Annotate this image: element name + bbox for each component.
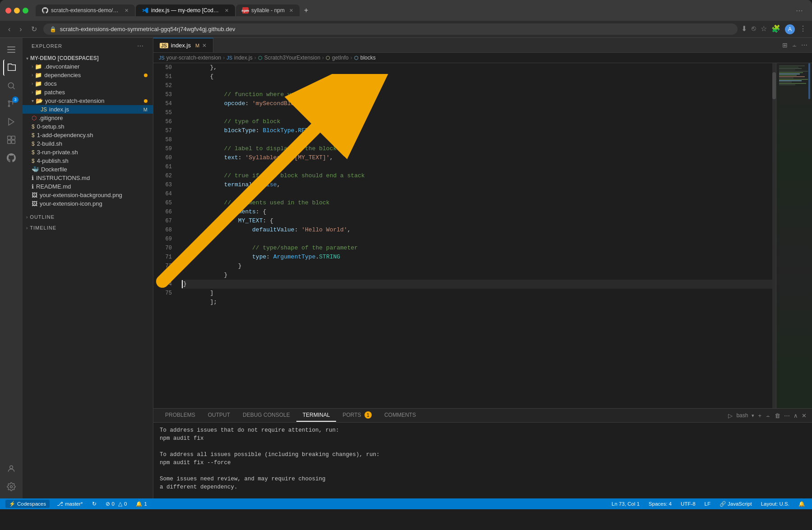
more-actions-icon[interactable]: ⋯ (801, 41, 807, 49)
explorer-icon[interactable] (3, 60, 19, 76)
breadcrumb-toggle-icon[interactable]: ⊞ (782, 41, 788, 49)
sidebar-item-your-scratch-extension[interactable]: ▾ 📂 your-scratch-extension (23, 97, 153, 105)
sidebar-item-readme[interactable]: ℹ README.md (23, 182, 153, 191)
ports-badge: 1 (364, 411, 372, 419)
sidebar-item-docs[interactable]: › 📁 docs (23, 79, 153, 88)
terminal-shell-dropdown[interactable]: ▾ (752, 413, 754, 419)
bookmark-icon[interactable]: ☆ (761, 24, 767, 34)
extensions-icon[interactable]: 🧩 (771, 24, 780, 34)
terminal-close-icon[interactable]: ✕ (802, 412, 807, 419)
account-icon[interactable] (3, 461, 19, 477)
reload-button[interactable]: ↻ (28, 24, 40, 34)
project-name: MY-DEMO [CODESPACES] (30, 55, 99, 61)
sidebar-item-dockerfile[interactable]: 🐳 Dockerfile (23, 165, 153, 174)
sidebar-item-patches[interactable]: › 📁 patches (23, 88, 153, 97)
sync-status[interactable]: ↻ (90, 501, 98, 507)
timeline-section[interactable]: › TIMELINE (23, 222, 153, 233)
menu-icon[interactable]: ⋮ (799, 24, 807, 34)
terminal-line-7: Some issues need review, and may require… (160, 475, 806, 483)
editor-tab-index-js[interactable]: JS index.js M ✕ (153, 38, 213, 52)
terminal-tab-comments[interactable]: COMMENTS (378, 409, 422, 422)
sidebar-item-bg-png[interactable]: 🖼 your-extension-background.png (23, 191, 153, 199)
breadcrumb-blocks[interactable]: blocks (360, 55, 376, 61)
language-status[interactable]: 🔗 JavaScript (718, 501, 754, 507)
sidebar-item-devcontainer[interactable]: › 📁 .devcontainer (23, 62, 153, 71)
terminal-run-icon[interactable]: ▷ (728, 412, 733, 419)
profile-icon[interactable]: A (785, 24, 795, 34)
share-icon[interactable]: ⎋ (752, 24, 756, 34)
branch-status[interactable]: ⎇ master* (55, 501, 85, 507)
outline-section[interactable]: › OUTLINE (23, 212, 153, 222)
breadcrumb-file[interactable]: your-scratch-extension (166, 55, 221, 61)
folder-icon: 📁 (35, 80, 42, 87)
breadcrumb-class[interactable]: Scratch3YourExtension (264, 55, 320, 61)
tab-1-close[interactable]: ✕ (125, 8, 129, 14)
sidebar-item-2-build[interactable]: $ 2-build.sh (23, 139, 153, 148)
run-debug-icon[interactable] (3, 114, 19, 130)
terminal-content[interactable]: To address issues that do not require at… (153, 423, 812, 498)
forward-button[interactable]: › (17, 24, 24, 34)
browser-tab-3[interactable]: npm syllable - npm ✕ (236, 5, 300, 16)
tab-2-close[interactable]: ✕ (225, 8, 229, 14)
sidebar-item-0-setup[interactable]: $ 0-setup.sh (23, 122, 153, 131)
back-button[interactable]: ‹ (5, 24, 13, 34)
address-bar[interactable]: 🔒 scratch-extensions-demo-symmetrical-gg… (43, 23, 738, 35)
terminal-tab-debug[interactable]: DEBUG CONSOLE (236, 409, 296, 422)
tab-3-close[interactable]: ✕ (289, 8, 293, 14)
errors-status[interactable]: ⊘ 0 △ 0 (104, 501, 129, 507)
browser-tab-1[interactable]: scratch-extensions-demo/my-... ✕ (36, 5, 135, 16)
encoding-status[interactable]: UTF-8 (679, 501, 697, 507)
terminal-tab-output[interactable]: OUTPUT (202, 409, 236, 422)
sidebar-item-1-add-dependency[interactable]: $ 1-add-dependency.sh (23, 131, 153, 139)
new-file-icon[interactable]: ⋯ (137, 42, 144, 50)
minimize-window-button[interactable] (14, 8, 20, 14)
layout-status[interactable]: Layout: U.S. (759, 501, 791, 507)
editor-tab-close[interactable]: ✕ (202, 42, 207, 49)
project-root[interactable]: ▾ MY-DEMO [CODESPACES] (23, 54, 153, 62)
ln-60: 60 (162, 153, 172, 162)
source-control-icon[interactable]: 3 (3, 96, 19, 112)
download-icon[interactable]: ⬇ (741, 24, 747, 34)
sidebar-item-dependencies[interactable]: › 📁 dependencies (23, 71, 153, 79)
breadcrumb-getinfo[interactable]: getInfo (332, 55, 349, 61)
terminal-tab-ports[interactable]: PORTS 1 (336, 409, 378, 422)
notification-status[interactable]: 🔔 1 (134, 501, 148, 507)
code-line-72: } (182, 262, 772, 271)
terminal-tab-terminal[interactable]: TERMINAL (296, 409, 337, 422)
code-content[interactable]: }, { // function where your code logic l… (178, 63, 772, 408)
github-activity-icon[interactable] (3, 150, 19, 166)
notifications-bell[interactable]: 🔔 (797, 501, 807, 507)
terminal-more-icon[interactable]: ⋯ (784, 412, 790, 419)
sidebar-item-4-publish[interactable]: $ 4-publish.sh (23, 157, 153, 165)
settings-icon[interactable] (3, 479, 19, 495)
code-editor: 50 51 52 53 54 55 56 57 58 59 60 61 62 6… (153, 63, 772, 408)
search-icon[interactable] (3, 78, 19, 94)
terminal-split-icon[interactable]: ⫠ (765, 412, 771, 419)
terminal-add-icon[interactable]: + (758, 412, 761, 419)
sidebar-item-index-js[interactable]: JS index.js M (23, 105, 153, 114)
scrollbar-thumb[interactable] (772, 72, 776, 99)
editor-scrollbar[interactable] (772, 63, 776, 408)
split-editor-icon[interactable]: ⫠ (791, 41, 798, 49)
close-window-button[interactable] (5, 8, 11, 14)
codespaces-button[interactable]: ⚡ Codespaces (5, 500, 50, 508)
code-line-58 (182, 135, 772, 144)
breadcrumb: JS your-scratch-extension › JS index.js … (153, 53, 812, 63)
terminal-collapse-icon[interactable]: ∧ (794, 412, 798, 419)
extensions-icon[interactable] (3, 132, 19, 148)
cursor-position[interactable]: Ln 73, Col 1 (610, 501, 641, 507)
browser-tab-2[interactable]: index.js — my-demo [Codesp... ✕ (136, 5, 235, 16)
sidebar-item-gitignore[interactable]: ⬡ .gitignore (23, 114, 153, 122)
sidebar-item-3-run-private[interactable]: $ 3-run-private.sh (23, 148, 153, 157)
hamburger-menu-icon[interactable] (3, 41, 19, 58)
breadcrumb-indexjs[interactable]: index.js (234, 55, 253, 61)
sidebar-item-instructions[interactable]: ℹ INSTRUCTIONS.md (23, 174, 153, 182)
maximize-window-button[interactable] (23, 8, 28, 14)
new-tab-button[interactable]: + (300, 5, 312, 16)
explorer-label: EXPLORER (32, 43, 62, 49)
terminal-tab-problems[interactable]: PROBLEMS (159, 409, 202, 422)
indentation-status[interactable]: Spaces: 4 (647, 501, 674, 507)
sidebar-item-icon-png[interactable]: 🖼 your-extension-icon.png (23, 199, 153, 208)
terminal-trash-icon[interactable]: 🗑 (775, 412, 780, 419)
line-ending-status[interactable]: LF (703, 501, 712, 507)
